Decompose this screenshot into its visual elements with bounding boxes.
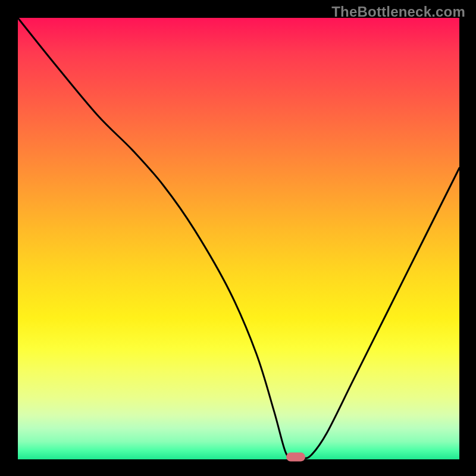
chart-container: TheBottleneck.com (0, 0, 476, 476)
chart-plot-area (18, 18, 459, 459)
chart-curve (18, 18, 459, 459)
chart-marker (286, 452, 305, 461)
watermark-text: TheBottleneck.com (331, 4, 465, 20)
